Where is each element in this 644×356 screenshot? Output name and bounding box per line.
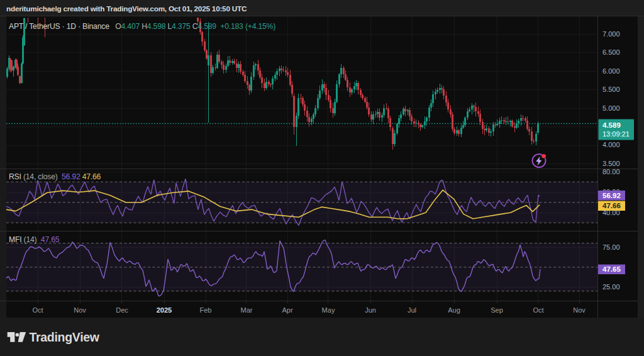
svg-text:MFI (14) 47.65: MFI (14) 47.65 bbox=[9, 235, 60, 244]
svg-text:May: May bbox=[322, 306, 335, 314]
svg-text:47.66: 47.66 bbox=[602, 202, 621, 209]
svg-text:Feb: Feb bbox=[200, 306, 212, 314]
svg-text:80.00: 80.00 bbox=[602, 168, 620, 175]
svg-text:TradingView: TradingView bbox=[30, 330, 100, 344]
svg-text:Jul: Jul bbox=[408, 306, 416, 314]
svg-text:Oct: Oct bbox=[533, 306, 543, 314]
svg-text:nderitumichaelg created with T: nderitumichaelg created with TradingView… bbox=[6, 4, 247, 13]
svg-text:4.000: 4.000 bbox=[602, 141, 620, 148]
svg-text:APT / TetherUS · 1D · Binance: APT / TetherUS · 1D · Binance O4.407 H4.… bbox=[9, 22, 275, 31]
svg-text:Mar: Mar bbox=[241, 306, 253, 314]
svg-text:25.00: 25.00 bbox=[602, 283, 620, 291]
svg-text:Dec: Dec bbox=[116, 306, 128, 314]
svg-text:2025: 2025 bbox=[157, 306, 172, 314]
svg-text:Nov: Nov bbox=[573, 306, 586, 314]
svg-text:Nov: Nov bbox=[74, 306, 86, 314]
svg-text:6.500: 6.500 bbox=[602, 48, 620, 56]
svg-text:RSI (14, close) 56.92 47.66: RSI (14, close) 56.92 47.66 bbox=[9, 172, 101, 181]
svg-text:Apr: Apr bbox=[282, 306, 292, 314]
svg-text:Oct: Oct bbox=[32, 306, 43, 314]
svg-text:7.000: 7.000 bbox=[602, 30, 620, 38]
svg-text:Jun: Jun bbox=[365, 306, 376, 314]
svg-text:5.500: 5.500 bbox=[602, 86, 620, 93]
svg-text:75.00: 75.00 bbox=[602, 243, 620, 251]
svg-text:6.000: 6.000 bbox=[602, 67, 620, 75]
svg-text:4.589: 4.589 bbox=[602, 121, 621, 129]
svg-text:Sep: Sep bbox=[491, 306, 503, 314]
svg-text:56.92: 56.92 bbox=[602, 192, 621, 199]
svg-text:5.000: 5.000 bbox=[602, 104, 620, 112]
svg-text:47.65: 47.65 bbox=[602, 265, 621, 273]
svg-text:13:09:21: 13:09:21 bbox=[602, 130, 630, 138]
svg-text:3.500: 3.500 bbox=[602, 160, 620, 167]
svg-text:Aug: Aug bbox=[448, 306, 460, 314]
